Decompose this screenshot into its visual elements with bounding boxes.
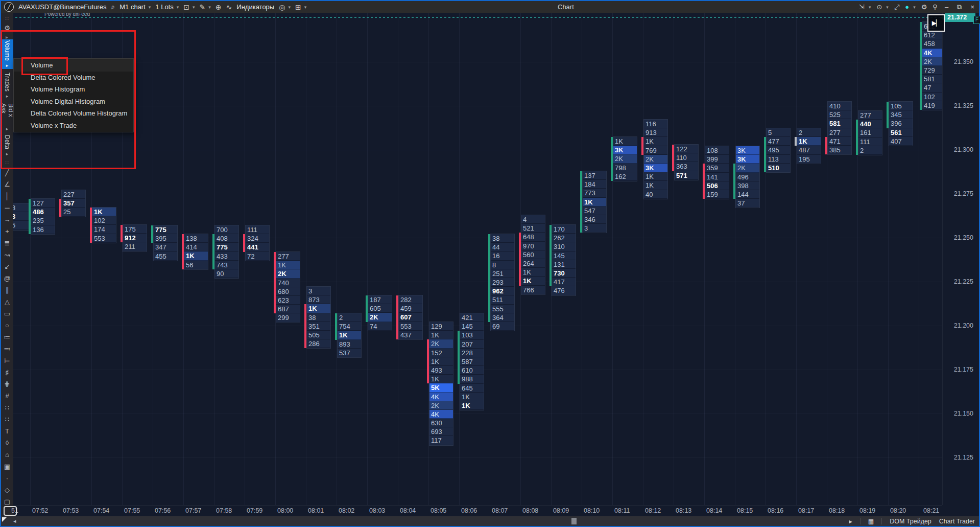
cross-tool-icon[interactable]: +	[1, 226, 13, 237]
cluster-cell: 680	[276, 287, 300, 296]
cluster-cell: 511	[491, 295, 514, 304]
scrollbar-thumb[interactable]	[571, 518, 577, 524]
monitor-icon[interactable]: ⊡	[183, 3, 189, 11]
levels-tool-icon[interactable]: ≣	[1, 238, 13, 248]
chevron-down-icon[interactable]: ▾	[869, 5, 871, 10]
chart-line-icon[interactable]: ∿	[226, 3, 232, 11]
ellipse-tool-icon[interactable]: ○	[1, 320, 13, 331]
volume-profile-2-tool-icon[interactable]: ≕	[1, 344, 13, 354]
sidebar-tab-trades[interactable]: Trades▸	[1, 72, 13, 100]
dock-grip-icon[interactable]: ∷	[1, 160, 13, 166]
sidebar-tab-bid-x-ask[interactable]: Bid x Ask▸	[1, 102, 13, 131]
curve-tool-icon[interactable]: ↝	[1, 250, 13, 260]
zoom-in-icon[interactable]: ⊕	[216, 3, 222, 11]
vertical-line-tool-icon[interactable]: │	[1, 191, 13, 201]
symbol-selector[interactable]: AVAXUSDT@BinanceFutures	[18, 3, 106, 11]
volume-profile-3-tool-icon[interactable]: ⊨	[1, 356, 13, 366]
chevron-down-icon[interactable]: ▾	[177, 5, 179, 10]
pencil-tool-icon[interactable]: ╱	[1, 168, 13, 178]
dom-trader-button[interactable]: DOM Трейдер	[890, 518, 931, 525]
cluster-cell: 581	[828, 119, 851, 128]
price-flag-button[interactable]: F	[973, 16, 980, 24]
triangle-tool-icon[interactable]: △	[1, 297, 13, 307]
dock-gear-icon[interactable]: ⚙	[1, 24, 13, 32]
camera-icon[interactable]: ⊙	[876, 3, 882, 11]
cluster-cell: 72	[246, 252, 269, 261]
pattern-grid-tool-icon[interactable]: ⋕	[1, 379, 13, 389]
timeframe-selector[interactable]: M1 chart	[119, 3, 146, 11]
cluster-cell: 571	[675, 171, 698, 180]
chart-trader-button[interactable]: Chart Trader	[939, 518, 975, 525]
spiral-tool-icon[interactable]: @	[1, 273, 13, 284]
sidebar-tab-delta[interactable]: Delta▸	[1, 134, 13, 157]
label-tool-icon[interactable]: ⌂	[1, 450, 13, 460]
sidebar-tab-volume[interactable]: Volume▸	[1, 39, 13, 69]
hatch-tool-icon[interactable]: ∥	[1, 285, 13, 295]
dock-grip-icon[interactable]: ∷	[1, 16, 13, 21]
chevron-down-icon[interactable]: ▾	[193, 5, 195, 10]
grip-1-tool-icon[interactable]: ∷	[1, 403, 13, 413]
time-axis[interactable]: 5107:5207:5307:5407:5507:5607:5707:5807:…	[13, 505, 942, 517]
scroll-left-icon[interactable]: ◂	[13, 518, 16, 524]
record-status-icon[interactable]: ●	[905, 3, 909, 11]
search-icon[interactable]: ⌕	[111, 3, 115, 11]
price-axis[interactable]: 21.35021.32521.30021.27521.25021.22521.2…	[942, 13, 979, 505]
target-icon[interactable]: ◎	[279, 3, 285, 11]
cluster-cell: 2K	[644, 155, 667, 164]
rectangle-tool-icon[interactable]: ▭	[1, 309, 13, 319]
time-axis-label: 08:15	[737, 507, 753, 514]
cluster-cell: 3	[583, 224, 606, 233]
text-tool-icon[interactable]: T	[1, 426, 13, 437]
menu-item-volume-digital-histogram[interactable]: Volume Digital Histogram	[14, 96, 133, 108]
chevron-down-icon[interactable]: ▾	[208, 5, 211, 10]
footprint-column-08:10: 1371847731K5473463	[583, 171, 606, 233]
lots-selector[interactable]: 1 Lots	[155, 3, 173, 11]
dot-tool-icon[interactable]: ·	[1, 473, 13, 484]
chart-plot[interactable]: Powered by dxFeed 3351274862351362273572…	[13, 13, 942, 505]
menu-item-volume-x-trade[interactable]: Volume x Trade	[14, 120, 133, 132]
restore-button[interactable]: ⧉	[955, 3, 963, 11]
layers-icon[interactable]: ⊞	[295, 3, 301, 11]
tag-tool-icon[interactable]: ◊	[1, 438, 13, 448]
minimize-button[interactable]: –	[943, 3, 950, 11]
cluster-cell: 407	[889, 137, 913, 146]
pin-icon[interactable]: ⚲	[933, 3, 938, 11]
pattern-sharp-tool-icon[interactable]: ♯	[1, 368, 13, 378]
scroll-right-icon[interactable]: ▸	[849, 518, 852, 525]
rounded-rect-tool-icon[interactable]: ▢	[1, 497, 13, 507]
cluster-cell: 40	[644, 190, 667, 199]
angle-tool-icon[interactable]: ∠	[1, 179, 13, 190]
horizontal-line-tool-icon[interactable]: ─	[1, 203, 13, 213]
menu-item-volume[interactable]: Volume	[14, 59, 133, 72]
gear-icon[interactable]: ⚙	[921, 3, 927, 11]
time-axis-label: 08:03	[369, 507, 385, 514]
menu-item-delta-colored-volume[interactable]: Delta Colored Volume	[14, 72, 133, 84]
pencil-icon[interactable]: ✎	[200, 3, 206, 11]
expand-icon[interactable]: ⤢	[894, 3, 899, 11]
chevron-down-icon[interactable]: ▾	[304, 5, 307, 10]
footprint-column-08:07: 384416825129396251155536469	[491, 234, 514, 331]
trend-arrow-tool-icon[interactable]: ↙	[1, 262, 13, 272]
grip-2-tool-icon[interactable]: ∷	[1, 415, 13, 425]
pattern-hash-tool-icon[interactable]: #	[1, 391, 13, 401]
corner-resize-handle[interactable]	[2, 517, 7, 522]
cluster-cell: 1K	[429, 357, 453, 366]
arrow-tool-icon[interactable]: →	[1, 215, 13, 225]
cluster-cell: 25	[62, 208, 85, 216]
diamond-tool-icon[interactable]: ◇	[1, 485, 13, 495]
chevron-down-icon[interactable]: ▾	[288, 5, 291, 10]
cluster-cell: 2K	[429, 339, 453, 348]
calendar-icon[interactable]: ▦	[868, 518, 874, 525]
chevron-down-icon[interactable]: ▾	[913, 5, 916, 10]
menu-item-volume-histogram[interactable]: Volume Histogram	[14, 83, 133, 96]
chevron-down-icon[interactable]: ▾	[149, 5, 151, 10]
chevron-down-icon[interactable]: ▾	[886, 5, 889, 10]
label-filled-tool-icon[interactable]: ▣	[1, 462, 13, 472]
volume-profile-1-tool-icon[interactable]: ≔	[1, 332, 13, 342]
cluster-cell: 743	[215, 261, 238, 269]
axis-settings-icon[interactable]	[4, 506, 17, 516]
indicators-button[interactable]: Индикаторы	[236, 3, 274, 11]
shrink-icon[interactable]: ⇲	[859, 3, 865, 11]
menu-item-delta-colored-volume-histogram[interactable]: Delta Colored Volume Histogram	[14, 107, 133, 120]
close-button[interactable]: ×	[969, 3, 976, 11]
